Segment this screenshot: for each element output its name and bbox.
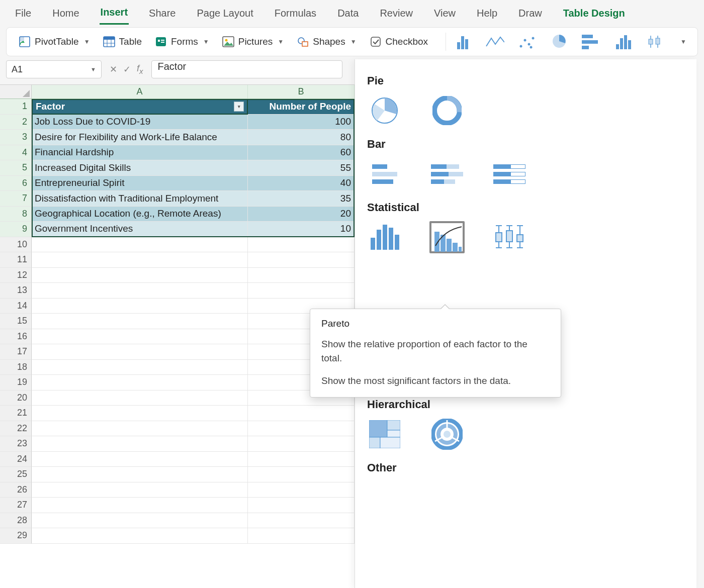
table-cell[interactable]: Dissatisfaction with Traditional Employm…	[32, 191, 248, 207]
empty-cell[interactable]	[32, 344, 248, 360]
chart-more-chevron[interactable]: ▼	[678, 38, 688, 45]
row-header[interactable]: 13	[0, 283, 32, 299]
empty-cell[interactable]	[248, 283, 355, 299]
tab-draw[interactable]: Draw	[517, 5, 543, 24]
row-header[interactable]: 6	[0, 176, 32, 191]
shapes-button[interactable]: Shapes ▼	[294, 34, 359, 50]
chart-bar-clustered[interactable]	[367, 158, 402, 190]
empty-cell[interactable]	[32, 283, 248, 299]
empty-cell[interactable]	[32, 452, 248, 467]
row-header[interactable]: 12	[0, 268, 32, 283]
empty-cell[interactable]	[32, 467, 248, 482]
empty-cell[interactable]	[248, 452, 355, 467]
empty-cell[interactable]	[248, 498, 355, 513]
table-cell[interactable]: Desire for Flexibility and Work-Life Bal…	[32, 130, 248, 145]
empty-cell[interactable]	[248, 268, 355, 283]
row-header[interactable]: 2	[0, 115, 32, 130]
table-cell[interactable]: Entrepreneurial Spirit	[32, 176, 248, 191]
chart-boxwhisker-icon[interactable]	[646, 34, 665, 49]
chart-bar-icon[interactable]	[582, 34, 601, 49]
name-box[interactable]: A1 ▼	[6, 60, 102, 78]
row-header[interactable]: 7	[0, 191, 32, 207]
table-cell[interactable]: 100	[248, 115, 355, 130]
table-header-cell[interactable]: Factor▾	[32, 99, 248, 115]
row-header[interactable]: 8	[0, 207, 32, 222]
tab-view[interactable]: View	[433, 5, 457, 24]
empty-cell[interactable]	[248, 513, 355, 529]
checkbox-button[interactable]: Checkbox	[367, 34, 431, 50]
cancel-icon[interactable]: ✕	[110, 64, 117, 75]
empty-cell[interactable]	[32, 498, 248, 513]
row-header[interactable]: 3	[0, 130, 32, 145]
tab-formulas[interactable]: Formulas	[274, 5, 317, 24]
table-header-cell[interactable]: Number of People	[248, 99, 355, 115]
row-header[interactable]: 16	[0, 329, 32, 345]
table-cell[interactable]: 10	[248, 222, 355, 237]
row-header[interactable]: 11	[0, 252, 32, 268]
table-cell[interactable]: 20	[248, 207, 355, 222]
formula-input[interactable]: Factor	[151, 60, 342, 78]
row-header[interactable]: 29	[0, 528, 32, 544]
chart-pareto[interactable]	[429, 221, 465, 253]
table-cell[interactable]: 55	[248, 160, 355, 176]
table-cell[interactable]: Government Incentives	[32, 222, 248, 237]
row-header[interactable]: 9	[0, 222, 32, 237]
tab-home[interactable]: Home	[51, 5, 80, 24]
empty-cell[interactable]	[248, 421, 355, 437]
empty-cell[interactable]	[32, 482, 248, 498]
chart-sunburst[interactable]	[429, 418, 465, 450]
table-cell[interactable]: 40	[248, 176, 355, 191]
empty-cell[interactable]	[248, 528, 355, 544]
forms-button[interactable]: Forms ▼	[152, 34, 212, 50]
chart-treemap[interactable]	[367, 418, 402, 450]
chart-bar-stacked[interactable]	[429, 158, 465, 190]
tab-table-design[interactable]: Table Design	[562, 5, 626, 24]
table-cell[interactable]: 80	[248, 130, 355, 145]
empty-cell[interactable]	[32, 406, 248, 421]
chart-scatter-icon[interactable]	[517, 34, 537, 49]
table-cell[interactable]: 35	[248, 191, 355, 207]
select-all-corner[interactable]	[0, 85, 32, 99]
row-header[interactable]: 21	[0, 406, 32, 421]
row-header[interactable]: 19	[0, 375, 32, 390]
row-header[interactable]: 23	[0, 436, 32, 452]
chart-column-icon[interactable]	[453, 34, 472, 49]
empty-cell[interactable]	[32, 421, 248, 437]
empty-cell[interactable]	[32, 513, 248, 529]
empty-cell[interactable]	[32, 252, 248, 268]
tab-help[interactable]: Help	[476, 5, 498, 24]
empty-cell[interactable]	[32, 314, 248, 329]
chart-histogram[interactable]	[367, 221, 402, 253]
tab-data[interactable]: Data	[336, 5, 360, 24]
table-cell[interactable]: Financial Hardship	[32, 145, 248, 161]
row-header[interactable]: 26	[0, 482, 32, 498]
row-header[interactable]: 22	[0, 421, 32, 437]
empty-cell[interactable]	[248, 237, 355, 253]
empty-cell[interactable]	[32, 329, 248, 345]
worksheet-grid[interactable]: A B 1 Factor▾ Number of People 2 Job Los…	[0, 84, 355, 588]
row-header[interactable]: 14	[0, 299, 32, 314]
fx-icon[interactable]: fx	[137, 63, 143, 75]
chart-histogram-icon[interactable]	[614, 34, 633, 49]
tab-page-layout[interactable]: Page Layout	[196, 5, 254, 24]
empty-cell[interactable]	[32, 237, 248, 253]
empty-cell[interactable]	[248, 482, 355, 498]
table-cell[interactable]: Job Loss Due to COVID-19	[32, 115, 248, 130]
empty-cell[interactable]	[248, 406, 355, 421]
row-header[interactable]: 20	[0, 390, 32, 406]
table-cell[interactable]: Increased Digital Skills	[32, 160, 248, 176]
row-header[interactable]: 5	[0, 160, 32, 176]
table-button[interactable]: Table	[100, 34, 145, 50]
table-cell[interactable]: Geographical Location (e.g., Remote Area…	[32, 207, 248, 222]
chart-bar-100stacked[interactable]	[492, 158, 527, 190]
row-header[interactable]: 24	[0, 452, 32, 467]
empty-cell[interactable]	[32, 436, 248, 452]
column-header-B[interactable]: B	[248, 85, 355, 99]
chart-pie-icon[interactable]	[550, 34, 569, 49]
filter-icon[interactable]: ▾	[234, 102, 244, 112]
empty-cell[interactable]	[32, 528, 248, 544]
row-header[interactable]: 25	[0, 467, 32, 482]
row-header[interactable]: 10	[0, 237, 32, 253]
empty-cell[interactable]	[248, 252, 355, 268]
chart-box-whisker[interactable]	[492, 221, 527, 253]
